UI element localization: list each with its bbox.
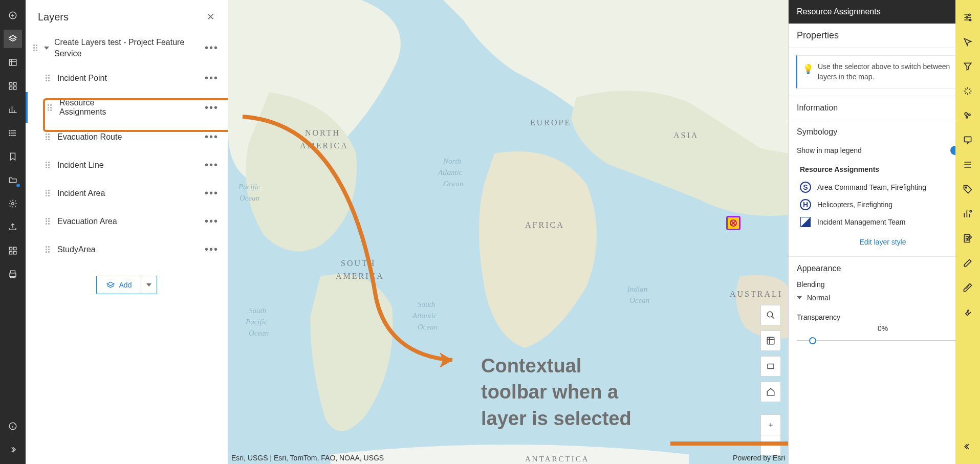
zoom-in-button[interactable]: ＋ xyxy=(760,414,781,435)
home-button[interactable] xyxy=(760,382,781,402)
add-layer-dropdown[interactable] xyxy=(141,276,157,294)
layer-list: Incident Point ••• Resource Assignments … xyxy=(26,64,228,263)
fields-icon[interactable] xyxy=(959,152,977,177)
legend-swatch-icon xyxy=(800,216,811,228)
transparency-value: 0% xyxy=(797,321,969,333)
svg-point-46 xyxy=(966,117,968,118)
layer-item-incident-line[interactable]: Incident Line ••• xyxy=(26,151,228,179)
layer-label: Evacuation Route xyxy=(57,132,194,142)
grid-icon[interactable] xyxy=(4,241,22,260)
drag-handle-icon[interactable] xyxy=(44,75,51,82)
transparency-slider[interactable] xyxy=(797,335,969,347)
collapse-icon[interactable] xyxy=(959,434,977,459)
popup-icon[interactable] xyxy=(959,128,977,152)
drag-handle-icon[interactable] xyxy=(44,218,51,225)
sparkle-icon[interactable] xyxy=(959,79,977,103)
wrench-icon[interactable] xyxy=(959,300,977,324)
layer-item-evacuation-area[interactable]: Evacuation Area ••• xyxy=(26,207,228,235)
search-button[interactable] xyxy=(760,305,781,325)
apps-icon[interactable] xyxy=(4,77,22,95)
more-icon[interactable]: ••• xyxy=(201,213,223,229)
blending-dropdown[interactable]: Normal xyxy=(797,289,969,311)
info-icon[interactable] xyxy=(4,417,22,435)
table-icon[interactable] xyxy=(4,53,22,72)
layer-item-incident-area[interactable]: Incident Area ••• xyxy=(26,179,228,207)
map-attribution: Esri, USGS | Esri, TomTom, FAO, NOAA, US… xyxy=(231,454,384,462)
more-icon[interactable]: ••• xyxy=(201,70,223,86)
map-marker[interactable] xyxy=(726,216,741,230)
labels-icon[interactable] xyxy=(959,177,977,202)
layer-label: Incident Area xyxy=(57,189,194,198)
chart-icon[interactable] xyxy=(4,100,22,119)
edit-icon[interactable] xyxy=(959,251,977,275)
svg-rect-40 xyxy=(768,364,774,369)
svg-point-44 xyxy=(965,113,967,115)
layers-panel-title: Layers xyxy=(38,11,204,23)
legend-label: Area Command Team, Firefighting xyxy=(817,183,926,191)
expand-icon[interactable] xyxy=(4,440,22,459)
more-icon[interactable]: ••• xyxy=(201,129,223,145)
layer-item-studyarea[interactable]: StudyArea ••• xyxy=(26,235,228,263)
add-layer-button[interactable]: Add xyxy=(96,276,158,294)
layer-item-resource-assignments[interactable]: Resource Assignments ••• xyxy=(26,92,228,123)
chevron-down-icon xyxy=(146,283,151,286)
print-icon[interactable] xyxy=(4,265,22,283)
edit-layer-style-link[interactable]: Edit layer style xyxy=(797,231,969,249)
gear-icon[interactable] xyxy=(4,194,22,213)
more-icon[interactable]: ••• xyxy=(201,185,223,201)
drag-handle-icon[interactable] xyxy=(46,104,53,111)
basemap-button[interactable] xyxy=(760,330,781,351)
close-icon[interactable]: ✕ xyxy=(204,9,217,25)
forms-icon[interactable] xyxy=(959,226,977,251)
svg-point-41 xyxy=(969,14,970,15)
section-appearance[interactable]: Appearance xyxy=(789,257,977,280)
legend-item: Incident Management Team xyxy=(797,213,969,231)
list-icon[interactable] xyxy=(4,124,22,142)
drag-handle-icon[interactable] xyxy=(32,45,39,52)
select-icon[interactable] xyxy=(959,30,977,54)
layers-icon[interactable] xyxy=(4,30,22,48)
legend-swatch-icon: S xyxy=(800,182,811,193)
section-symbology[interactable]: Symbology xyxy=(789,120,977,144)
layer-label: Incident Line xyxy=(57,161,194,170)
tip-callout: 💡 Use the selector above to switch betwe… xyxy=(796,55,970,89)
fullscreen-button[interactable] xyxy=(760,356,781,377)
filter-icon[interactable] xyxy=(959,54,977,79)
show-legend-label: Show in map legend xyxy=(797,146,950,154)
chevron-down-icon[interactable] xyxy=(44,47,49,50)
add-icon[interactable] xyxy=(4,6,22,25)
folder-icon[interactable] xyxy=(4,171,22,189)
svg-text:ASIA: ASIA xyxy=(673,131,699,140)
measure-icon[interactable] xyxy=(959,275,977,300)
layer-group-row[interactable]: Create Layers test - Project Feature Ser… xyxy=(26,32,228,64)
section-title: Information xyxy=(797,103,964,113)
svg-text:EUROPE: EUROPE xyxy=(530,118,571,127)
svg-text:ANTARCTICA: ANTARCTICA xyxy=(525,455,589,463)
more-icon[interactable]: ••• xyxy=(201,241,223,257)
chart-config-icon[interactable] xyxy=(959,202,977,226)
svg-point-8 xyxy=(9,135,10,136)
layer-item-evacuation-route[interactable]: Evacuation Route ••• xyxy=(26,123,228,151)
drag-handle-icon[interactable] xyxy=(44,190,51,197)
properties-title: Properties xyxy=(797,30,955,41)
section-information[interactable]: Information xyxy=(789,96,977,120)
more-icon[interactable]: ••• xyxy=(201,157,223,173)
layer-label: Incident Point xyxy=(57,74,194,83)
svg-rect-2 xyxy=(9,82,12,85)
svg-point-7 xyxy=(9,132,10,134)
drag-handle-icon[interactable] xyxy=(44,134,51,141)
bookmark-icon[interactable] xyxy=(4,147,22,166)
section-title: Appearance xyxy=(797,264,964,273)
more-icon[interactable]: ••• xyxy=(201,40,223,56)
sliders-icon[interactable] xyxy=(959,5,977,30)
more-icon[interactable]: ••• xyxy=(201,100,223,116)
layer-label: Evacuation Area xyxy=(57,217,194,226)
add-layer-label: Add xyxy=(119,281,132,289)
cluster-icon[interactable] xyxy=(959,103,977,128)
drag-handle-icon[interactable] xyxy=(44,246,51,253)
share-icon[interactable] xyxy=(4,218,22,236)
drag-handle-icon[interactable] xyxy=(44,162,51,169)
layer-selector-bar[interactable]: Resource Assignments ⌄ xyxy=(789,0,980,24)
layer-selector-label: Resource Assignments xyxy=(797,7,881,16)
layer-item-incident-point[interactable]: Incident Point ••• xyxy=(26,64,228,92)
